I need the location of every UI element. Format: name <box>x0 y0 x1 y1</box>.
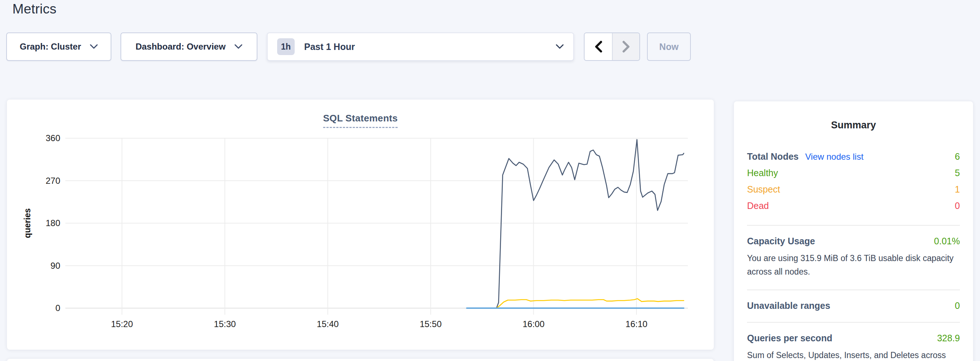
time-range-selector[interactable]: 1h Past 1 Hour <box>267 32 574 61</box>
divider <box>747 322 960 323</box>
svg-text:270: 270 <box>46 176 60 185</box>
healthy-label: Healthy <box>747 168 778 178</box>
queries-per-second-label: Queries per second <box>747 333 832 344</box>
summary-title: Summary <box>734 120 973 131</box>
total-nodes-row: Total Nodes View nodes list 6 <box>747 149 960 165</box>
capacity-usage-stat: Capacity Usage 0.01% You are using 315.9… <box>747 236 960 279</box>
divider <box>747 290 960 290</box>
suspect-value: 1 <box>955 184 960 195</box>
healthy-nodes-row: Healthy 5 <box>747 165 960 181</box>
time-range-label: Past 1 Hour <box>304 41 355 52</box>
dashboard-dropdown-label: Dashboard: Overview <box>135 41 226 52</box>
suspect-label: Suspect <box>747 184 780 195</box>
time-range-badge: 1h <box>277 38 295 55</box>
graph-dropdown-label: Graph: Cluster <box>20 41 81 52</box>
chevron-down-icon <box>90 44 98 49</box>
total-nodes-label: Total Nodes <box>747 151 799 162</box>
suspect-nodes-row: Suspect 1 <box>747 181 960 198</box>
svg-text:16:10: 16:10 <box>625 319 648 329</box>
healthy-value: 5 <box>955 168 960 178</box>
capacity-usage-value: 0.01% <box>934 236 960 247</box>
previous-time-window-button[interactable] <box>585 33 612 60</box>
graph-dropdown[interactable]: Graph: Cluster <box>6 32 111 61</box>
divider <box>747 225 960 226</box>
dead-label: Dead <box>747 201 769 211</box>
nodes-summary: Total Nodes View nodes list 6 Healthy 5 … <box>747 149 960 214</box>
dead-value: 0 <box>955 201 960 211</box>
unavailable-ranges-stat: Unavailable ranges 0 <box>747 301 960 311</box>
chevron-right-icon <box>622 41 630 53</box>
now-button[interactable]: Now <box>647 32 691 61</box>
dead-nodes-row: Dead 0 <box>747 198 960 214</box>
chevron-left-icon <box>594 41 603 53</box>
queries-per-second-stat: Queries per second 328.9 Sum of Selects,… <box>747 333 960 361</box>
chevron-down-icon <box>556 44 564 49</box>
capacity-usage-description: You are using 315.9 MiB of 3.6 TiB usabl… <box>747 252 960 279</box>
next-chart-card-peek <box>7 359 714 361</box>
unavailable-ranges-value: 0 <box>955 301 960 311</box>
svg-text:180: 180 <box>46 218 60 228</box>
svg-text:360: 360 <box>46 133 60 143</box>
svg-text:0: 0 <box>56 303 60 313</box>
time-step-buttons <box>584 32 640 61</box>
svg-text:15:40: 15:40 <box>317 319 339 329</box>
svg-text:15:50: 15:50 <box>420 319 441 329</box>
page-title: Metrics <box>13 2 57 17</box>
svg-text:16:00: 16:00 <box>522 319 544 329</box>
capacity-usage-label: Capacity Usage <box>747 236 815 247</box>
dashboard-dropdown[interactable]: Dashboard: Overview <box>121 32 258 61</box>
svg-text:15:20: 15:20 <box>111 319 133 329</box>
queries-per-second-value: 328.9 <box>937 333 960 344</box>
next-time-window-button[interactable] <box>612 33 640 60</box>
view-nodes-list-link[interactable]: View nodes list <box>805 152 864 162</box>
unavailable-ranges-label: Unavailable ranges <box>747 301 830 311</box>
svg-text:15:30: 15:30 <box>214 319 236 329</box>
sql-statements-chart-card: SQL Statements 09018027036015:2015:3015:… <box>7 100 714 350</box>
svg-text:90: 90 <box>50 261 60 271</box>
queries-per-second-description: Sum of Selects, Updates, Inserts, and De… <box>747 348 960 361</box>
total-nodes-value: 6 <box>955 151 960 162</box>
svg-text:queries: queries <box>23 208 32 238</box>
summary-panel: Summary Total Nodes View nodes list 6 He… <box>734 101 973 361</box>
sql-statements-chart[interactable]: 09018027036015:2015:3015:4015:5016:0016:… <box>7 100 714 350</box>
chevron-down-icon <box>234 44 242 49</box>
